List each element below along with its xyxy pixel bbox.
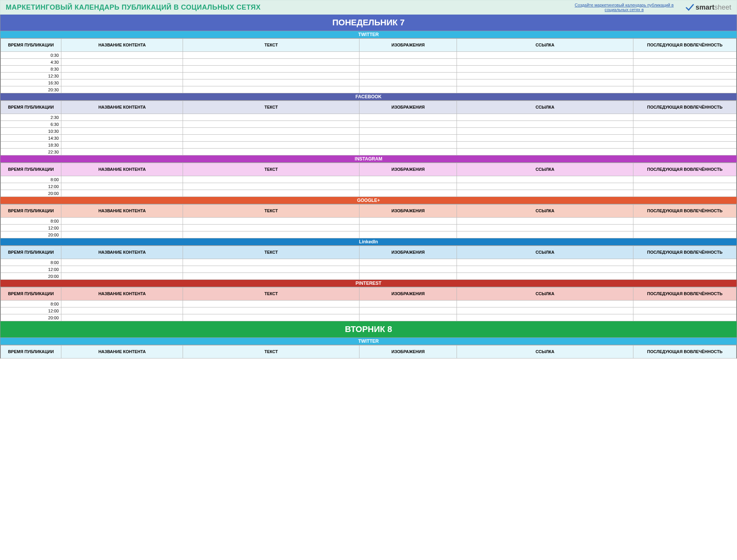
data-cell[interactable] [633,73,737,79]
data-cell[interactable] [457,121,633,128]
data-cell[interactable] [359,142,457,149]
data-cell[interactable] [183,259,359,266]
data-cell[interactable] [61,73,183,79]
data-cell[interactable] [633,218,737,225]
data-cell[interactable] [633,266,737,273]
data-cell[interactable] [633,142,737,149]
data-cell[interactable] [633,259,737,266]
data-cell[interactable] [359,176,457,183]
data-cell[interactable] [359,128,457,135]
data-cell[interactable] [183,52,359,59]
data-cell[interactable] [359,301,457,307]
data-cell[interactable] [633,273,737,280]
data-cell[interactable] [359,225,457,231]
data-cell[interactable] [457,307,633,314]
time-cell[interactable]: 8:30 [0,66,61,73]
data-cell[interactable] [359,314,457,321]
data-cell[interactable] [457,86,633,93]
time-cell[interactable]: 10:30 [0,128,61,135]
data-cell[interactable] [61,183,183,190]
time-cell[interactable]: 16:30 [0,79,61,86]
data-cell[interactable] [61,218,183,225]
data-cell[interactable] [61,59,183,66]
time-cell[interactable]: 20:30 [0,86,61,93]
data-cell[interactable] [457,218,633,225]
data-cell[interactable] [457,79,633,86]
time-cell[interactable]: 14:30 [0,135,61,142]
data-cell[interactable] [633,52,737,59]
data-cell[interactable] [359,231,457,238]
data-cell[interactable] [457,128,633,135]
time-cell[interactable]: 2:30 [0,114,61,121]
time-cell[interactable]: 20:00 [0,231,61,238]
data-cell[interactable] [633,301,737,307]
time-cell[interactable]: 8:00 [0,218,61,225]
data-cell[interactable] [633,121,737,128]
data-cell[interactable] [359,121,457,128]
data-cell[interactable] [183,183,359,190]
data-cell[interactable] [183,121,359,128]
data-cell[interactable] [633,128,737,135]
data-cell[interactable] [359,183,457,190]
data-cell[interactable] [61,307,183,314]
data-cell[interactable] [359,135,457,142]
data-cell[interactable] [633,190,737,197]
data-cell[interactable] [633,149,737,155]
data-cell[interactable] [61,231,183,238]
data-cell[interactable] [183,128,359,135]
data-cell[interactable] [359,52,457,59]
data-cell[interactable] [457,266,633,273]
create-calendar-link[interactable]: Создайте маркетинговый календарь публика… [567,3,682,12]
data-cell[interactable] [457,66,633,73]
data-cell[interactable] [633,307,737,314]
data-cell[interactable] [633,183,737,190]
data-cell[interactable] [183,135,359,142]
data-cell[interactable] [457,52,633,59]
data-cell[interactable] [183,142,359,149]
data-cell[interactable] [183,86,359,93]
data-cell[interactable] [61,149,183,155]
data-cell[interactable] [457,190,633,197]
data-cell[interactable] [359,59,457,66]
data-cell[interactable] [633,66,737,73]
data-cell[interactable] [457,135,633,142]
data-cell[interactable] [61,66,183,73]
data-cell[interactable] [633,314,737,321]
data-cell[interactable] [457,142,633,149]
data-cell[interactable] [633,86,737,93]
data-cell[interactable] [457,259,633,266]
data-cell[interactable] [359,149,457,155]
data-cell[interactable] [61,114,183,121]
data-cell[interactable] [61,128,183,135]
data-cell[interactable] [183,314,359,321]
data-cell[interactable] [633,114,737,121]
time-cell[interactable]: 4:30 [0,59,61,66]
time-cell[interactable]: 20:00 [0,314,61,321]
time-cell[interactable]: 12:00 [0,225,61,231]
data-cell[interactable] [61,79,183,86]
data-cell[interactable] [61,52,183,59]
data-cell[interactable] [183,218,359,225]
data-cell[interactable] [183,176,359,183]
data-cell[interactable] [359,307,457,314]
time-cell[interactable]: 8:00 [0,259,61,266]
data-cell[interactable] [457,225,633,231]
data-cell[interactable] [183,266,359,273]
data-cell[interactable] [61,86,183,93]
time-cell[interactable]: 0:30 [0,52,61,59]
data-cell[interactable] [61,266,183,273]
data-cell[interactable] [183,79,359,86]
time-cell[interactable]: 20:00 [0,190,61,197]
data-cell[interactable] [183,149,359,155]
data-cell[interactable] [183,231,359,238]
data-cell[interactable] [457,149,633,155]
data-cell[interactable] [61,273,183,280]
data-cell[interactable] [61,135,183,142]
data-cell[interactable] [61,301,183,307]
time-cell[interactable]: 12:00 [0,183,61,190]
data-cell[interactable] [359,218,457,225]
time-cell[interactable]: 22:30 [0,149,61,155]
data-cell[interactable] [359,190,457,197]
data-cell[interactable] [183,307,359,314]
data-cell[interactable] [359,259,457,266]
